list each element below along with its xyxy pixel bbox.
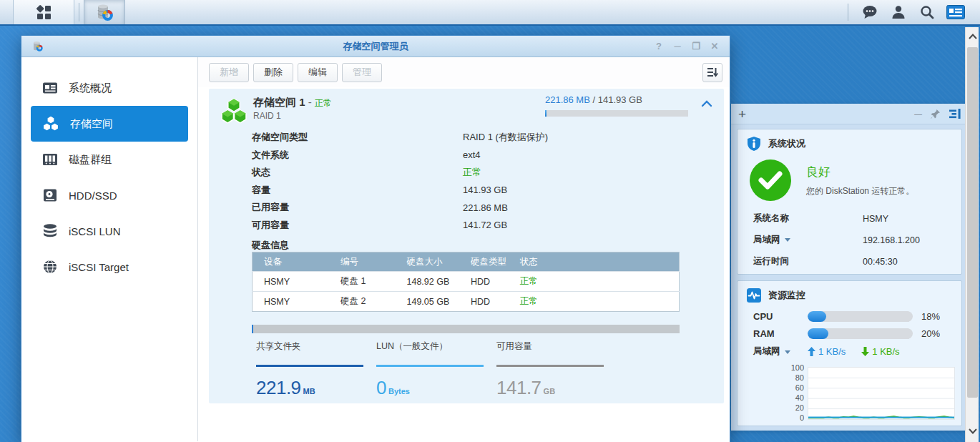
taskbar-separator bbox=[79, 3, 79, 21]
volume-green-cubes-icon bbox=[220, 97, 248, 124]
detail-row: 文件系统ext4 bbox=[252, 147, 548, 164]
chevron-down-icon[interactable] bbox=[785, 238, 790, 242]
table-row[interactable]: HSMY 硬盘 1 148.92 GB HDD 正常 bbox=[253, 272, 680, 292]
widgets-toggle-button[interactable] bbox=[941, 0, 970, 24]
scroll-up-icon[interactable] bbox=[966, 29, 979, 44]
scroll-down-icon[interactable] bbox=[966, 423, 979, 439]
table-row[interactable]: HSMY 硬盘 2 149.05 GB HDD 正常 bbox=[253, 292, 680, 312]
sidebar-item-label: HDD/SSD bbox=[69, 190, 117, 202]
col-device[interactable]: 设备 bbox=[253, 252, 329, 272]
window-title: 存储空间管理员 bbox=[21, 40, 730, 53]
desktop: 存储空间管理员 ? ─ ❐ ✕ bbox=[0, 0, 980, 442]
stat-shared-folders: 共享文件夹 221.9MB bbox=[256, 340, 363, 399]
sidebar-item-label: iSCSI Target bbox=[69, 261, 129, 273]
system-name-row: 系统名称 HSMY bbox=[753, 212, 888, 225]
pin-icon[interactable] bbox=[931, 109, 941, 119]
taskbar-separator-right bbox=[848, 4, 848, 21]
col-status[interactable]: 状态 bbox=[509, 252, 680, 272]
close-button[interactable]: ✕ bbox=[707, 39, 722, 54]
manage-button[interactable]: 管理 bbox=[342, 63, 382, 82]
edit-button[interactable]: 编辑 bbox=[298, 63, 338, 82]
detail-row: 状态正常 bbox=[252, 164, 548, 182]
create-button[interactable]: 新增 bbox=[209, 63, 249, 82]
minimize-button[interactable]: ─ bbox=[670, 39, 685, 54]
stat-available: 可用容量 141.7GB bbox=[496, 340, 604, 399]
sidebar-item-iscsi-lun[interactable]: iSCSI LUN bbox=[21, 213, 197, 249]
window-app-icon bbox=[31, 40, 44, 52]
sidebar-item-label: 系统概况 bbox=[69, 82, 112, 95]
disk-info-table: 设备 编号 硬盘大小 硬盘类型 状态 HSMY 硬盘 1 148 bbox=[252, 252, 680, 312]
detail-row: 容量141.93 GB bbox=[252, 182, 548, 200]
sidebar-item-overview[interactable]: 系统概况 bbox=[21, 70, 197, 106]
taskbar-storage-manager-button[interactable] bbox=[84, 0, 125, 24]
sidebar-item-hdd-ssd[interactable]: HDD/SSD bbox=[21, 177, 197, 213]
ram-meter bbox=[808, 328, 913, 339]
col-number[interactable]: 编号 bbox=[329, 252, 396, 272]
help-button[interactable]: ? bbox=[651, 39, 667, 54]
sidebar-item-storage-volume[interactable]: 存储空间 bbox=[31, 106, 188, 142]
panel-minimize-button[interactable]: ─ bbox=[914, 109, 922, 119]
user-icon bbox=[891, 4, 906, 20]
search-button[interactable] bbox=[913, 0, 941, 24]
widget-panel-header: + ─ bbox=[731, 104, 968, 124]
main-menu-button[interactable] bbox=[13, 0, 74, 24]
detail-row: 可用容量141.72 GB bbox=[252, 217, 548, 235]
target-globe-icon bbox=[41, 258, 59, 275]
volume-raid-type: RAID 1 bbox=[253, 111, 281, 121]
health-status: 良好 bbox=[806, 164, 830, 180]
volume-status-badge: 正常 bbox=[315, 98, 332, 108]
sidebar-item-label: iSCSI LUN bbox=[69, 225, 121, 237]
chevron-down-icon[interactable] bbox=[785, 350, 790, 354]
sidebar-item-iscsi-target[interactable]: iSCSI Target bbox=[21, 249, 197, 285]
list-sort-icon bbox=[707, 67, 718, 77]
status-ok-icon bbox=[750, 159, 791, 201]
capacity-bar-fill bbox=[252, 325, 253, 333]
window-titlebar[interactable]: 存储空间管理员 ? ─ ❐ ✕ bbox=[21, 36, 730, 57]
main-menu-icon bbox=[34, 3, 53, 21]
panel-layout-icon[interactable] bbox=[949, 109, 961, 119]
col-type[interactable]: 硬盘类型 bbox=[459, 252, 509, 272]
lan-throughput-row: 局域网 1 KB/s 1 KB/s bbox=[753, 345, 916, 358]
search-icon bbox=[919, 4, 935, 20]
cpu-row: CPU 18% bbox=[753, 311, 940, 322]
chat-bubble-icon bbox=[861, 4, 878, 20]
user-menu-button[interactable] bbox=[884, 0, 913, 24]
widget-panel: + ─ bbox=[731, 104, 968, 431]
chevron-up-icon bbox=[701, 100, 712, 107]
disk-info-title: 硬盘信息 bbox=[252, 239, 289, 252]
widgets-panel-icon bbox=[946, 5, 965, 19]
capacity-bar bbox=[252, 325, 680, 333]
add-widget-button[interactable]: + bbox=[738, 107, 746, 121]
uptime-row: 运行时间 00:45:30 bbox=[753, 255, 898, 267]
ram-percent: 20% bbox=[921, 328, 940, 339]
info-shield-icon bbox=[746, 136, 762, 152]
volume-usage-text: 221.86 MB / 141.93 GB bbox=[545, 94, 688, 105]
ram-bar-fill bbox=[808, 328, 828, 339]
health-description: 您的 DiskStation 运转正常。 bbox=[806, 185, 914, 197]
desktop-scrollbar[interactable] bbox=[965, 27, 979, 442]
volume-cubes-icon bbox=[41, 114, 60, 133]
scrollbar-thumb[interactable] bbox=[967, 47, 978, 398]
stat-lun: LUN（一般文件） 0Bytes bbox=[376, 340, 484, 399]
sidebar-item-disk-group[interactable]: 磁盘群组 bbox=[21, 142, 197, 177]
notifications-button[interactable] bbox=[856, 0, 884, 24]
resource-monitor-widget: 资源监控 CPU 18% RAM 20% 局域网 1 KB/s bbox=[737, 280, 962, 426]
detail-row: 已用容量221.86 MB bbox=[252, 199, 548, 217]
capacity-stats: 共享文件夹 221.9MB LUN（一般文件） 0Bytes 可用容量 bbox=[256, 340, 617, 399]
upload-rate: 1 KB/s bbox=[808, 346, 846, 357]
stat-underline bbox=[376, 365, 484, 367]
list-sort-button[interactable] bbox=[702, 63, 722, 82]
col-size[interactable]: 硬盘大小 bbox=[395, 252, 459, 272]
volume-usage-bar-fill bbox=[545, 110, 547, 117]
sidebar-item-label: 磁盘群组 bbox=[69, 153, 112, 167]
delete-button[interactable]: 删除 bbox=[253, 63, 293, 82]
hdd-icon bbox=[41, 187, 59, 204]
collapse-volume-button[interactable] bbox=[701, 100, 712, 107]
maximize-button[interactable]: ❐ bbox=[688, 39, 704, 54]
storage-manager-window: 存储空间管理员 ? ─ ❐ ✕ bbox=[21, 36, 730, 442]
lan-usage-chart: 100 80 60 40 20 0 bbox=[738, 364, 963, 423]
resource-monitor-title-row: 资源监控 bbox=[738, 281, 961, 303]
volume-title: 存储空间 1 - 正常 bbox=[253, 96, 332, 109]
stat-underline bbox=[496, 365, 604, 367]
content-area: 新增 删除 编辑 管理 bbox=[198, 57, 730, 441]
